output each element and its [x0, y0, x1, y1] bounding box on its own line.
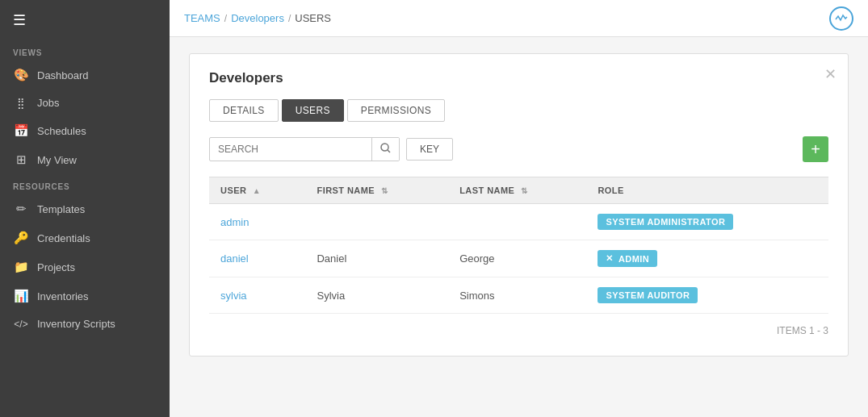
breadcrumb-sep-1: /: [224, 13, 227, 24]
role-badge: ✕ ADMIN: [598, 250, 657, 267]
schedules-icon: 📅: [13, 123, 29, 138]
sidebar-item-projects[interactable]: 📁 Projects: [0, 252, 170, 281]
projects-icon: 📁: [13, 260, 29, 274]
remove-admin-icon[interactable]: ✕: [606, 253, 613, 264]
sort-firstname-icon[interactable]: ⇅: [381, 186, 388, 195]
sidebar-item-my-view[interactable]: ⊞ My View: [0, 145, 170, 174]
user-link[interactable]: sylvia: [220, 290, 247, 302]
sidebar-item-inventories[interactable]: 📊 Inventories: [0, 281, 170, 311]
search-button[interactable]: [371, 138, 399, 161]
firstname-cell: [305, 204, 448, 240]
col-user: USER ▲: [209, 177, 305, 204]
breadcrumb-current: USERS: [295, 12, 331, 24]
inventory-scripts-icon: </>: [13, 319, 29, 330]
users-table: USER ▲ FIRST NAME ⇅ LAST NAME ⇅ ROLE: [209, 177, 828, 314]
sort-user-icon[interactable]: ▲: [253, 186, 261, 195]
breadcrumb-developers-link[interactable]: Developers: [231, 12, 284, 24]
topbar: TEAMS / Developers / USERS: [170, 0, 868, 37]
sort-lastname-icon[interactable]: ⇅: [521, 186, 527, 195]
activity-icon[interactable]: [829, 6, 853, 31]
search-row: KEY +: [209, 136, 828, 162]
sidebar-item-label: Projects: [37, 261, 75, 273]
sidebar-item-label: Inventory Scripts: [37, 318, 115, 330]
jobs-icon: ⣿: [13, 97, 29, 109]
sidebar-item-credentials[interactable]: 🔑 Credentials: [0, 223, 170, 252]
sidebar-item-label: Credentials: [37, 232, 90, 244]
views-section-label: VIEWS: [0, 40, 170, 60]
user-cell: daniel: [209, 240, 305, 277]
card-close-button[interactable]: ✕: [824, 65, 837, 83]
lastname-cell: George: [448, 240, 586, 277]
add-user-button[interactable]: +: [803, 136, 828, 162]
templates-icon: ✏: [13, 202, 29, 216]
user-link[interactable]: admin: [220, 216, 249, 228]
dashboard-icon: 🎨: [13, 68, 29, 82]
breadcrumb: TEAMS / Developers / USERS: [184, 12, 331, 24]
lastname-cell: Simons: [448, 277, 586, 314]
svg-point-0: [381, 144, 388, 151]
user-cell: sylvia: [209, 277, 305, 314]
sidebar-item-label: Templates: [37, 203, 85, 215]
col-first-name: FIRST NAME ⇅: [305, 177, 448, 204]
role-badge: SYSTEM ADMINISTRATOR: [598, 214, 733, 230]
tab-bar: DETAILS USERS PERMISSIONS: [209, 99, 828, 122]
svg-line-1: [388, 150, 390, 152]
col-last-name: LAST NAME ⇅: [448, 177, 586, 204]
table-row: daniel Daniel George ✕ ADMIN: [209, 240, 828, 277]
search-input[interactable]: [210, 139, 371, 160]
role-badge: SYSTEM AUDITOR: [598, 287, 698, 303]
sidebar-item-schedules[interactable]: 📅 Schedules: [0, 116, 170, 145]
tab-permissions[interactable]: PERMISSIONS: [347, 99, 445, 122]
content-area: Developers ✕ DETAILS USERS PERMISSIONS: [170, 37, 868, 417]
role-cell: ✕ ADMIN: [586, 240, 828, 277]
hamburger-icon: ☰: [13, 11, 26, 29]
key-button[interactable]: KEY: [406, 138, 453, 161]
col-role: ROLE: [586, 177, 828, 204]
sidebar-item-label: Jobs: [37, 97, 59, 109]
sidebar-item-inventory-scripts[interactable]: </> Inventory Scripts: [0, 311, 170, 337]
user-link[interactable]: daniel: [220, 252, 249, 265]
sidebar-item-label: Schedules: [37, 125, 86, 137]
firstname-cell: Sylvia: [305, 277, 448, 314]
sidebar-item-label: Dashboard: [37, 69, 89, 81]
table-header: USER ▲ FIRST NAME ⇅ LAST NAME ⇅ ROLE: [209, 177, 828, 204]
developers-card: Developers ✕ DETAILS USERS PERMISSIONS: [189, 53, 849, 357]
sidebar-item-jobs[interactable]: ⣿ Jobs: [0, 90, 170, 116]
table-body: admin SYSTEM ADMINISTRATOR daniel Daniel: [209, 204, 828, 314]
tab-users[interactable]: USERS: [282, 99, 344, 122]
search-box: [209, 137, 400, 161]
credentials-icon: 🔑: [13, 231, 29, 245]
card-title: Developers: [209, 70, 828, 86]
firstname-cell: Daniel: [305, 240, 448, 277]
breadcrumb-sep-2: /: [288, 13, 291, 24]
table-row: sylvia Sylvia Simons SYSTEM AUDITOR: [209, 277, 828, 314]
sidebar-item-templates[interactable]: ✏ Templates: [0, 194, 170, 223]
items-count: ITEMS 1 - 3: [209, 325, 828, 336]
role-cell: SYSTEM ADMINISTRATOR: [586, 204, 828, 240]
sidebar-item-label: Inventories: [37, 290, 89, 302]
sidebar-item-dashboard[interactable]: 🎨 Dashboard: [0, 60, 170, 90]
user-cell: admin: [209, 204, 305, 240]
sidebar: ☰ VIEWS 🎨 Dashboard ⣿ Jobs 📅 Schedules ⊞…: [0, 0, 170, 417]
lastname-cell: [448, 204, 586, 240]
role-cell: SYSTEM AUDITOR: [586, 277, 828, 314]
inventories-icon: 📊: [13, 289, 29, 303]
sidebar-item-label: My View: [37, 154, 77, 166]
hamburger-button[interactable]: ☰: [0, 0, 170, 40]
myview-icon: ⊞: [13, 152, 29, 167]
tab-details[interactable]: DETAILS: [209, 99, 279, 122]
resources-section-label: RESOURCES: [0, 174, 170, 194]
main-area: TEAMS / Developers / USERS Developers ✕ …: [170, 0, 868, 417]
table-row: admin SYSTEM ADMINISTRATOR: [209, 204, 828, 240]
breadcrumb-teams-link[interactable]: TEAMS: [184, 12, 220, 24]
